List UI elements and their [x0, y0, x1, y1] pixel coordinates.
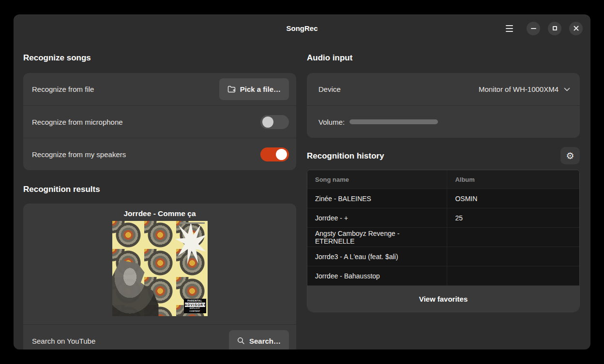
table-row[interactable]: Angsty Camboyz Revenge - ETERNELLE [307, 227, 579, 247]
x-icon [574, 26, 579, 31]
recognition-history-table: Song name Album Zinée - BALEINES OSMIN J… [307, 170, 580, 312]
toggle-knob [262, 116, 273, 128]
album-art-image: PARENTAL ADVISORY EXPLICIT CONTENT [112, 221, 208, 316]
table-row[interactable]: Zinée - BALEINES OSMIN [307, 189, 579, 208]
volume-level-fill [349, 119, 438, 124]
minimize-button[interactable] [527, 22, 540, 35]
recognition-results-card: Jorrdee - Comme ça PARENTAL ADVISORY EXP… [23, 204, 296, 349]
column-header-album: Album [447, 170, 579, 189]
youtube-search-button[interactable]: Search… [229, 330, 289, 350]
window-title: SongRec [286, 24, 317, 32]
table-header-row: Song name Album [307, 170, 579, 189]
device-label: Device [318, 85, 479, 93]
window-controls [503, 15, 583, 42]
folder-plus-icon [227, 86, 236, 93]
volume-row: Volume: [307, 105, 580, 138]
starburst-decoration [176, 222, 207, 264]
speakers-toggle[interactable] [260, 147, 289, 161]
audio-input-card: Device Monitor of WH-1000XM4 Volume: [307, 73, 580, 138]
recognize-from-file-row: Recognize from file Pick a file… [23, 73, 296, 105]
hamburger-menu-icon[interactable] [503, 22, 516, 35]
table-row[interactable]: Jorrde3 - A L'eau (feat. $ali) [307, 247, 579, 266]
magnifier-icon [237, 337, 245, 345]
songrec-window: SongRec Recognize songs Rec [14, 15, 590, 349]
parental-advisory-badge: PARENTAL ADVISORY EXPLICIT CONTENT [184, 299, 206, 313]
audio-input-heading: Audio input [307, 53, 580, 63]
table-row[interactable]: Jorrdee - + 25 [307, 208, 579, 227]
search-on-youtube-label: Search on YouTube [32, 337, 229, 345]
close-button[interactable] [569, 22, 583, 35]
youtube-search-label: Search… [249, 337, 281, 345]
art-caption-strip [180, 222, 205, 224]
pick-a-file-label: Pick a file… [240, 85, 281, 93]
recognize-songs-heading: Recognize songs [23, 53, 296, 63]
table-row[interactable]: Jorrdee - Bahausstop [307, 266, 579, 285]
device-row: Device Monitor of WH-1000XM4 [307, 73, 580, 105]
figure-silhouette [112, 260, 159, 316]
device-selected-value: Monitor of WH-1000XM4 [479, 85, 559, 93]
toggle-knob [276, 149, 287, 160]
gear-icon: ⚙ [566, 151, 574, 160]
recognize-from-speakers-label: Recognize from my speakers [32, 150, 260, 159]
recognize-card: Recognize from file Pick a file… Recogni… [23, 73, 296, 170]
recognition-results-heading: Recognition results [23, 184, 296, 194]
device-dropdown[interactable]: Monitor of WH-1000XM4 [479, 85, 570, 93]
maximize-button[interactable] [548, 22, 561, 35]
volume-level-bar [349, 119, 438, 124]
minus-icon [531, 28, 536, 29]
recognize-from-microphone-label: Recognize from microphone [32, 118, 260, 126]
square-icon [553, 26, 557, 30]
pick-a-file-button[interactable]: Pick a file… [219, 78, 289, 100]
column-header-song-name: Song name [307, 170, 447, 189]
volume-label: Volume: [318, 118, 345, 126]
chevron-down-icon [564, 87, 570, 91]
history-settings-button[interactable]: ⚙ [560, 147, 580, 164]
recognize-from-microphone-row: Recognize from microphone [23, 105, 296, 138]
recognize-from-file-label: Recognize from file [32, 85, 219, 93]
headerbar: SongRec [14, 15, 590, 42]
search-on-youtube-row: Search on YouTube Search… [23, 324, 296, 349]
recognition-history-heading: Recognition history [307, 151, 384, 161]
recognize-from-speakers-row: Recognize from my speakers [23, 138, 296, 170]
view-favorites-button[interactable]: View favorites [307, 285, 579, 312]
recognized-song-title: Jorrdee - Comme ça [23, 208, 296, 218]
microphone-toggle[interactable] [260, 115, 289, 129]
